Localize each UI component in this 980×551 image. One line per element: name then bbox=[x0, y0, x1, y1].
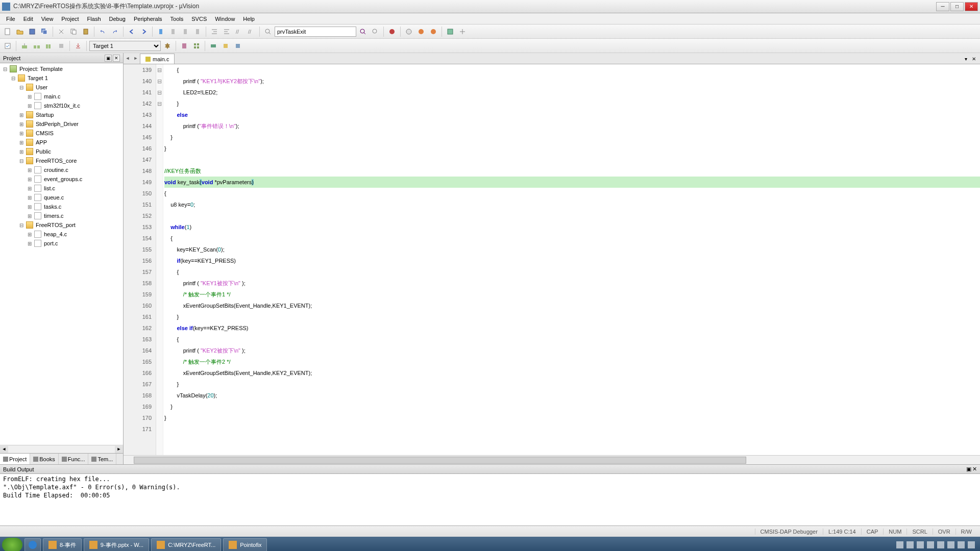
menu-debug[interactable]: Debug bbox=[105, 15, 130, 23]
editor-close-button[interactable]: ✕ bbox=[970, 56, 978, 64]
save-button[interactable] bbox=[27, 26, 38, 37]
tray-icon[interactable] bbox=[896, 541, 903, 548]
menu-window[interactable]: Window bbox=[211, 15, 239, 23]
outdent-button[interactable] bbox=[221, 26, 232, 37]
tree-file-croutine-c[interactable]: ⊞croutine.c bbox=[0, 165, 123, 174]
build-batch-button[interactable] bbox=[43, 40, 55, 52]
taskbar-ie-icon[interactable] bbox=[24, 538, 41, 551]
find-combo[interactable] bbox=[275, 27, 356, 37]
tree-group-stdperiph_driver[interactable]: ⊞StdPeriph_Driver bbox=[0, 119, 123, 129]
code-editor[interactable]: 1391401411421431441451461471481491501511… bbox=[124, 64, 980, 455]
indent-button[interactable] bbox=[209, 26, 220, 37]
taskbar-item[interactable]: 9-事件.pptx - W... bbox=[84, 538, 149, 551]
tree-file-timers-c[interactable]: ⊞timers.c bbox=[0, 211, 123, 220]
build-output-text[interactable]: FromELF: creating hex file... ".\Obj\Tem… bbox=[0, 474, 980, 525]
debug-start-button[interactable] bbox=[386, 26, 398, 37]
panel-tab-tem[interactable]: Tem... bbox=[88, 454, 116, 464]
menu-edit[interactable]: Edit bbox=[19, 15, 37, 23]
panel-tab-project[interactable]: Project bbox=[0, 454, 30, 464]
taskbar-item[interactable]: C:\MRYZ\FreeRT... bbox=[151, 538, 221, 551]
panel-close-button[interactable]: ✕ bbox=[113, 55, 120, 62]
tree-file-port-c[interactable]: ⊞port.c bbox=[0, 239, 123, 248]
project-tree[interactable]: ⊟Project: Template⊟Target 1⊟User⊞main.c⊞… bbox=[0, 63, 123, 445]
tree-file-stm32f10x_it-c[interactable]: ⊞stm32f10x_it.c bbox=[0, 101, 123, 110]
tree-group-cmsis[interactable]: ⊞CMSIS bbox=[0, 129, 123, 138]
bookmark-prev-button[interactable] bbox=[167, 26, 179, 37]
comment-button[interactable]: // bbox=[233, 26, 244, 37]
config-button[interactable] bbox=[457, 26, 468, 37]
menu-project[interactable]: Project bbox=[57, 15, 83, 23]
tray-icon[interactable] bbox=[906, 541, 914, 548]
download-button[interactable] bbox=[72, 40, 84, 52]
open-button[interactable] bbox=[14, 26, 26, 37]
menu-file[interactable]: File bbox=[2, 15, 19, 23]
tab-scroll-left[interactable]: ◄ bbox=[124, 54, 132, 64]
tree-file-queue-c[interactable]: ⊞queue.c bbox=[0, 193, 123, 202]
tree-group-user[interactable]: ⊟User bbox=[0, 83, 123, 92]
pack-installer-button[interactable] bbox=[232, 40, 243, 52]
bookmark-next-button[interactable] bbox=[180, 26, 191, 37]
manage-rte-button[interactable] bbox=[208, 40, 219, 52]
tab-scroll-right[interactable]: ► bbox=[132, 54, 140, 64]
build-button[interactable] bbox=[19, 40, 30, 52]
build-panel-close-button[interactable]: ✕ bbox=[972, 466, 977, 472]
maximize-button[interactable]: □ bbox=[950, 2, 964, 11]
tree-file-main-c[interactable]: ⊞main.c bbox=[0, 92, 123, 101]
target-options-button[interactable] bbox=[162, 40, 173, 52]
taskbar-item[interactable]: 8-事件 bbox=[43, 538, 82, 551]
menu-tools[interactable]: Tools bbox=[166, 15, 188, 23]
close-button[interactable]: ✕ bbox=[965, 2, 978, 11]
tree-group-freertos_port[interactable]: ⊟FreeRTOS_port bbox=[0, 220, 123, 230]
panel-tab-func[interactable]: Func... bbox=[59, 454, 89, 464]
rebuild-button[interactable] bbox=[31, 40, 42, 52]
tree-group-freertos_core[interactable]: ⊟FreeRTOS_core bbox=[0, 156, 123, 165]
undo-button[interactable] bbox=[97, 26, 108, 37]
target-select[interactable]: Target 1 bbox=[89, 41, 161, 51]
tree-project-root[interactable]: ⊟Project: Template bbox=[0, 64, 123, 73]
paste-button[interactable] bbox=[80, 26, 91, 37]
system-tray[interactable] bbox=[896, 541, 978, 548]
bookmark-button[interactable] bbox=[155, 26, 166, 37]
nav-back-button[interactable] bbox=[126, 26, 137, 37]
tray-icon[interactable] bbox=[937, 541, 944, 548]
bookmark-clear-button[interactable] bbox=[192, 26, 203, 37]
tree-file-list-c[interactable]: ⊞list.c bbox=[0, 184, 123, 193]
tree-file-event_groups-c[interactable]: ⊞event_groups.c bbox=[0, 174, 123, 184]
panel-tab-books[interactable]: Books bbox=[30, 454, 59, 464]
window-button[interactable] bbox=[445, 26, 456, 37]
tray-icon[interactable] bbox=[927, 541, 934, 548]
tree-file-heap_4-c[interactable]: ⊞heap_4.c bbox=[0, 230, 123, 239]
breakpoint-insert-button[interactable] bbox=[403, 26, 414, 37]
tree-file-tasks-c[interactable]: ⊞tasks.c bbox=[0, 202, 123, 211]
uncomment-button[interactable]: // bbox=[246, 26, 257, 37]
translate-button[interactable] bbox=[2, 40, 13, 52]
menu-flash[interactable]: Flash bbox=[83, 15, 105, 23]
menu-svcs[interactable]: SVCS bbox=[187, 15, 211, 23]
manage-components-button[interactable] bbox=[191, 40, 202, 52]
manage-books-button[interactable] bbox=[179, 40, 190, 52]
tray-icon[interactable] bbox=[958, 541, 965, 548]
breakpoint-enable-button[interactable] bbox=[415, 26, 427, 37]
editor-hscroll[interactable] bbox=[124, 455, 980, 464]
minimize-button[interactable]: ─ bbox=[936, 2, 949, 11]
tray-icon[interactable] bbox=[917, 541, 924, 548]
find-next-button[interactable] bbox=[357, 26, 369, 37]
project-hscroll[interactable]: ◄► bbox=[0, 445, 123, 453]
find-in-files-icon[interactable] bbox=[262, 26, 274, 37]
copy-button[interactable] bbox=[68, 26, 79, 37]
menu-view[interactable]: View bbox=[37, 15, 58, 23]
save-all-button[interactable] bbox=[39, 26, 50, 37]
editor-menu-button[interactable]: ▾ bbox=[962, 56, 970, 64]
nav-fwd-button[interactable] bbox=[138, 26, 150, 37]
tree-group-app[interactable]: ⊞APP bbox=[0, 138, 123, 147]
select-packs-button[interactable] bbox=[220, 40, 231, 52]
new-button[interactable] bbox=[2, 26, 13, 37]
editor-tab-main-c[interactable]: main.c bbox=[140, 54, 175, 64]
tray-icon[interactable] bbox=[947, 541, 954, 548]
breakpoint-kill-button[interactable] bbox=[428, 26, 439, 37]
build-panel-pin-button[interactable]: ▣ bbox=[966, 466, 971, 472]
menu-peripherals[interactable]: Peripherals bbox=[130, 15, 166, 23]
start-button[interactable] bbox=[2, 538, 22, 551]
incremental-find-button[interactable] bbox=[370, 26, 381, 37]
tree-target[interactable]: ⊟Target 1 bbox=[0, 73, 123, 83]
